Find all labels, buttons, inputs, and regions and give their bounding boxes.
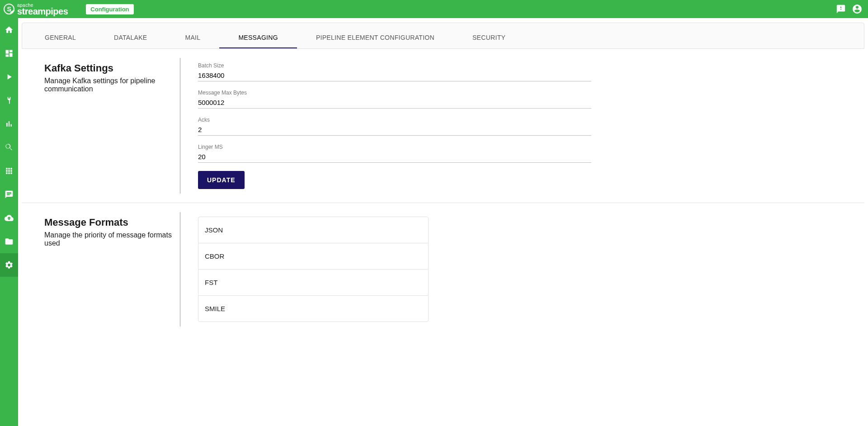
field-label: Batch Size [198, 62, 591, 69]
field-message-max-bytes: Message Max Bytes [198, 90, 591, 109]
config-tabs: GENERALDATALAKEMAILMESSAGINGPIPELINE ELE… [22, 23, 864, 49]
logo[interactable]: S apache streampipes [4, 3, 68, 15]
field-label: Linger MS [198, 144, 591, 150]
sidebar-item-configuration[interactable] [0, 253, 18, 277]
section-kafka: Kafka Settings Manage Kafka settings for… [22, 49, 864, 203]
field-linger-ms: Linger MS [198, 144, 591, 163]
format-item-cbor[interactable]: CBOR [198, 243, 428, 270]
section-divider [180, 58, 180, 194]
field-input-linger-ms[interactable] [198, 151, 591, 163]
sidebar-item-data-explorer[interactable] [0, 112, 18, 136]
tab-pipeline-element-configuration[interactable]: PIPELINE ELEMENT CONFIGURATION [297, 28, 453, 48]
sidebar-item-export[interactable] [0, 206, 18, 230]
context-chip[interactable]: Configuration [86, 4, 133, 14]
sidebar-item-connect[interactable] [0, 89, 18, 112]
sidebar-item-pipelines[interactable] [0, 65, 18, 89]
formats-description: Manage the priority of message formats u… [44, 231, 175, 247]
format-item-fst[interactable]: FST [198, 270, 428, 296]
sidebar-item-apps[interactable] [0, 159, 18, 183]
sidebar-item-home[interactable] [0, 18, 18, 42]
topbar: S apache streampipes Configuration [0, 0, 868, 18]
field-input-batch-size[interactable] [198, 70, 591, 81]
format-item-json[interactable]: JSON [198, 217, 428, 243]
formats-title: Message Formats [44, 217, 175, 228]
formats-list: JSONCBORFSTSMILE [198, 217, 429, 322]
main-content: GENERALDATALAKEMAILMESSAGINGPIPELINE ELE… [18, 18, 868, 426]
kafka-form: Batch SizeMessage Max BytesAcksLinger MS… [198, 62, 842, 189]
sidebar-item-dashboard[interactable] [0, 42, 18, 65]
field-label: Acks [198, 117, 591, 123]
field-label: Message Max Bytes [198, 90, 591, 96]
kafka-description: Manage Kafka settings for pipeline commu… [44, 77, 175, 93]
tab-datalake[interactable]: DATALAKE [95, 28, 166, 48]
logo-name: streampipes [17, 6, 68, 16]
tab-messaging[interactable]: MESSAGING [219, 28, 297, 48]
tab-general[interactable]: GENERAL [26, 28, 95, 48]
field-input-message-max-bytes[interactable] [198, 97, 591, 109]
feedback-icon[interactable] [835, 3, 847, 15]
section-divider [180, 212, 180, 327]
sidebar-item-notifications[interactable] [0, 183, 18, 206]
kafka-title: Kafka Settings [44, 62, 175, 74]
sidebar-item-search[interactable] [0, 136, 18, 159]
account-icon[interactable] [851, 3, 863, 15]
tab-security[interactable]: SECURITY [453, 28, 524, 48]
field-batch-size: Batch Size [198, 62, 591, 81]
format-item-smile[interactable]: SMILE [198, 296, 428, 322]
section-formats: Message Formats Manage the priority of m… [22, 203, 864, 336]
tab-mail[interactable]: MAIL [166, 28, 219, 48]
sidebar-item-assets[interactable] [0, 230, 18, 253]
sidebar [0, 18, 18, 426]
logo-mark-icon: S [4, 4, 14, 14]
field-input-acks[interactable] [198, 124, 591, 136]
field-acks: Acks [198, 117, 591, 136]
update-button[interactable]: UPDATE [198, 171, 245, 189]
